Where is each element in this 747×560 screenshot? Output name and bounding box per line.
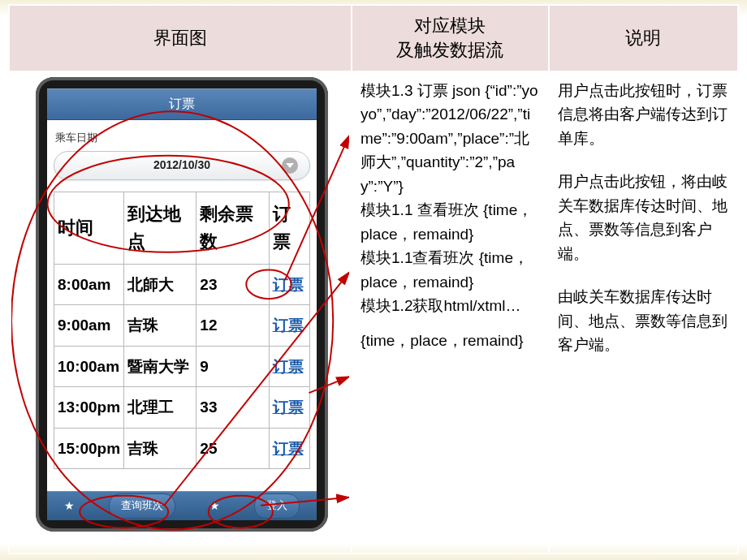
ui-cell: 订票 乘车日期 2012/10/30 时间 [9, 71, 352, 554]
module-1-2-data: {time，place，remaind} [361, 329, 539, 352]
module-cell: 模块1.3 订票 json {“id”:”yoyo”,”day”:”2012/0… [352, 71, 548, 554]
screen-title: 订票 [47, 88, 317, 120]
date-value: 2012/10/30 [153, 157, 210, 174]
book-link[interactable]: 订票 [273, 398, 304, 416]
desc-1: 用户点击此按钮时，订票信息将由客户端传达到订单库。 [558, 79, 730, 150]
query-schedule-button[interactable]: 查询班次 [109, 493, 175, 518]
phone-frame: 订票 乘车日期 2012/10/30 时间 [36, 77, 328, 532]
module-1-2: 模块1.2获取html/xtml… [361, 294, 539, 317]
book-link[interactable]: 订票 [273, 317, 304, 334]
star-icon[interactable]: ★ [209, 498, 220, 515]
col-time: 时间 [54, 192, 124, 264]
col-remain: 剩余票数 [196, 192, 269, 264]
bottom-bar: ★ 查询班次 ★ 登入 [47, 491, 317, 520]
star-icon[interactable]: ★ [64, 498, 75, 515]
login-button[interactable]: 登入 [254, 493, 300, 518]
header-module: 对应模块 及触发数据流 [352, 5, 548, 71]
table-row: 9:00am 吉珠 12 订票 [54, 305, 310, 346]
desc-2: 用户点击此按钮，将由岐关车数据库传达时间、地点、票数等信息到客户端。 [558, 170, 730, 265]
module-1-1b: 模块1.1查看班次 {time，place，remaind} [361, 246, 539, 294]
phone-screen: 订票 乘车日期 2012/10/30 时间 [47, 88, 317, 520]
table-row: 10:00am 暨南大学 9 订票 [54, 346, 310, 386]
module-1-3: 模块1.3 订票 json {“id”:”yoyo”,”day”:”2012/0… [361, 79, 539, 198]
spec-table: 界面图 对应模块 及触发数据流 说明 订票 乘车日期 [8, 4, 739, 554]
desc-3: 由岐关车数据库传达时间、地点、票数等信息到客户端。 [558, 285, 730, 356]
schedule-table: 时间 到达地点 剩余票数 订票 8:00am 北師大 23 [54, 192, 310, 469]
table-row: 13:00pm 北理工 33 订票 [54, 387, 310, 428]
header-desc: 说明 [549, 5, 739, 71]
ride-date-label: 乘车日期 [55, 130, 310, 146]
date-selector[interactable]: 2012/10/30 [54, 151, 310, 180]
book-link[interactable]: 订票 [273, 358, 304, 375]
col-dest: 到达地点 [124, 192, 196, 264]
book-link[interactable]: 订票 [273, 440, 304, 457]
book-link[interactable]: 订票 [273, 276, 304, 293]
table-row: 15:00pm 吉珠 25 订票 [54, 428, 310, 468]
table-row: 8:00am 北師大 23 订票 [54, 264, 310, 304]
header-ui: 界面图 [9, 5, 352, 71]
chevron-down-icon [282, 157, 298, 174]
module-1-1a: 模块1.1 查看班次 {time，place，remaind} [361, 198, 539, 246]
desc-cell: 用户点击此按钮时，订票信息将由客户端传达到订单库。 用户点击此按钮，将由岐关车数… [549, 71, 739, 554]
col-book: 订票 [269, 192, 309, 264]
